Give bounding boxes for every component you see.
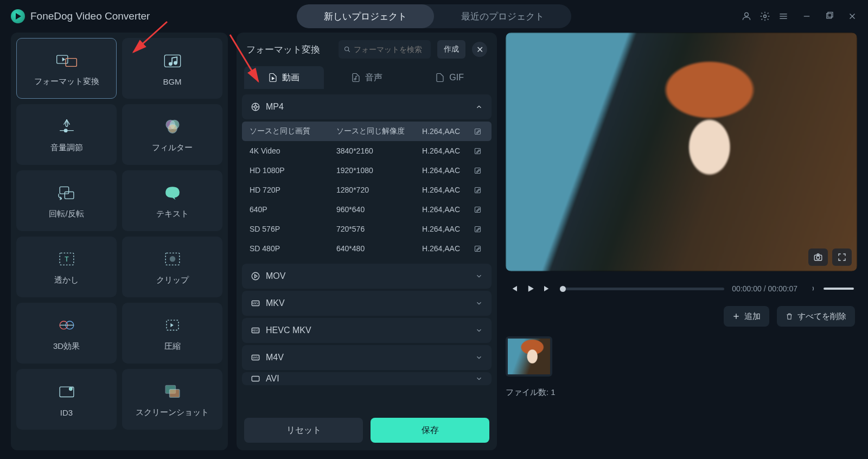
search-input[interactable] <box>354 45 425 54</box>
close-panel-icon[interactable]: ✕ <box>472 42 487 57</box>
tool-compress[interactable]: 圧縮 <box>122 303 222 364</box>
format-group-mp4[interactable]: MP4 <box>242 94 492 119</box>
thumbnail-item[interactable] <box>506 336 552 377</box>
titlebar: FoneDog Video Converter 新しいプロジェクト 最近のプロジ… <box>0 0 868 33</box>
screenshot-icon <box>161 381 184 402</box>
search-box[interactable] <box>339 40 431 59</box>
tool-label: クリップ <box>156 275 189 285</box>
type-tab-video[interactable]: 動画 <box>244 66 324 89</box>
edit-preset-icon[interactable] <box>471 127 484 136</box>
fullscreen-button[interactable] <box>832 248 852 266</box>
tool-id3[interactable]: ID3 <box>16 369 117 430</box>
app-logo-wrap: FoneDog Video Converter <box>11 9 150 23</box>
chevron-up-icon <box>475 103 483 111</box>
clip-icon <box>161 249 184 270</box>
settings-icon[interactable] <box>760 11 770 22</box>
tool-3d[interactable]: 3D効果 <box>16 303 117 364</box>
edit-preset-icon[interactable] <box>471 245 484 253</box>
volume-icon <box>55 117 79 137</box>
preset-codec: H.264,AAC <box>422 127 471 136</box>
tool-label: 圧縮 <box>164 341 181 352</box>
svg-rect-9 <box>828 12 833 17</box>
delete-all-button[interactable]: すべてを削除 <box>777 306 855 327</box>
add-button[interactable]: 追加 <box>724 306 769 327</box>
save-button[interactable]: 保存 <box>371 418 489 443</box>
create-button[interactable]: 作成 <box>437 40 465 59</box>
prev-button[interactable] <box>509 283 520 294</box>
tab-new-project[interactable]: 新しいプロジェクト <box>297 4 434 28</box>
titlebar-right <box>741 11 857 22</box>
minimize-icon[interactable] <box>802 11 812 21</box>
volume-icon[interactable] <box>805 283 816 294</box>
next-button[interactable] <box>541 283 552 294</box>
svg-rect-35 <box>169 390 179 398</box>
preset-quality: SD 480P <box>250 244 336 253</box>
type-tab-audio[interactable]: 音声 <box>327 66 407 89</box>
preset-resolution: 720*576 <box>336 225 422 233</box>
preset-row[interactable]: SD 576P720*576H.264,AAC <box>242 219 492 239</box>
type-tab-gif[interactable]: GIF <box>410 66 489 89</box>
tool-format-convert[interactable]: フォーマット変換 <box>16 38 117 99</box>
tool-label: 回転/反転 <box>49 209 84 219</box>
volume-slider[interactable] <box>824 288 854 290</box>
format-group-avi[interactable]: AVI <box>242 372 492 385</box>
tool-label: テキスト <box>156 209 189 219</box>
file-count: ファイル数: 1 <box>506 387 857 398</box>
preset-quality: HD 720P <box>250 186 336 194</box>
svg-point-2 <box>745 12 749 16</box>
progress-slider[interactable] <box>560 288 724 290</box>
format-group-mov[interactable]: MOV <box>242 264 492 289</box>
tool-label: フォーマット変換 <box>34 76 99 87</box>
preview-area <box>506 33 857 271</box>
edit-preset-icon[interactable] <box>471 167 484 175</box>
preset-row[interactable]: HD 1080P1920*1080H.264,AAC <box>242 161 492 180</box>
chevron-down-icon <box>475 375 483 382</box>
tool-watermark[interactable]: T 透かし <box>16 237 117 297</box>
tool-bgm[interactable]: BGM <box>122 38 222 99</box>
preset-row[interactable]: 640P960*640H.264,AAC <box>242 200 492 219</box>
svg-point-3 <box>764 15 767 18</box>
preset-row[interactable]: 4K Video3840*2160H.264,AAC <box>242 141 492 161</box>
svg-rect-59 <box>252 377 259 381</box>
maximize-icon[interactable] <box>825 11 834 21</box>
menu-icon[interactable] <box>778 11 789 22</box>
chevron-down-icon <box>475 299 483 307</box>
tool-clip[interactable]: クリップ <box>122 237 222 297</box>
tool-filter[interactable]: フィルター <box>122 104 222 165</box>
text-icon <box>161 183 184 203</box>
bgm-icon <box>161 51 184 72</box>
tool-label: 透かし <box>54 275 79 285</box>
tool-text[interactable]: テキスト <box>122 170 222 231</box>
tool-label: 音量調節 <box>50 143 83 153</box>
svg-line-37 <box>348 50 350 52</box>
preset-quality: 4K Video <box>250 146 336 155</box>
preset-codec: H.264,AAC <box>422 146 471 155</box>
edit-preset-icon[interactable] <box>471 186 484 194</box>
id3-icon <box>55 382 79 403</box>
reset-button[interactable]: リセット <box>244 418 363 443</box>
svg-rect-8 <box>827 14 832 18</box>
preset-row[interactable]: ソースと同じ画質ソースと同じ解像度H.264,AAC <box>242 122 492 141</box>
tool-rotate[interactable]: 回転/反転 <box>16 170 117 231</box>
preset-row[interactable]: SD 480P640*480H.264,AAC <box>242 239 492 258</box>
edit-preset-icon[interactable] <box>471 206 484 214</box>
format-group-hevc-mkv[interactable]: HEVC HEVC MKV <box>242 318 492 343</box>
chevron-down-icon <box>475 272 483 280</box>
close-window-icon[interactable] <box>847 11 857 21</box>
preset-codec: H.264,AAC <box>422 244 471 253</box>
preset-codec: H.264,AAC <box>422 186 471 194</box>
format-group-m4v[interactable]: M4V M4V <box>242 345 492 370</box>
tool-volume[interactable]: 音量調節 <box>16 104 117 165</box>
file-actions: 追加 すべてを削除 <box>724 306 857 327</box>
snapshot-button[interactable] <box>808 248 828 266</box>
preset-quality: HD 1080P <box>250 166 336 175</box>
play-button[interactable] <box>525 283 536 294</box>
preset-row[interactable]: HD 720P1280*720H.264,AAC <box>242 180 492 200</box>
edit-preset-icon[interactable] <box>471 147 484 155</box>
tab-recent-projects[interactable]: 最近のプロジェクト <box>434 4 571 28</box>
format-group-mkv[interactable]: MKV MKV <box>242 291 492 316</box>
tool-screenshot[interactable]: スクリーンショット <box>122 369 222 430</box>
account-icon[interactable] <box>741 11 752 22</box>
edit-preset-icon[interactable] <box>471 225 484 233</box>
type-tabs: 動画 音声 GIF <box>237 66 497 94</box>
